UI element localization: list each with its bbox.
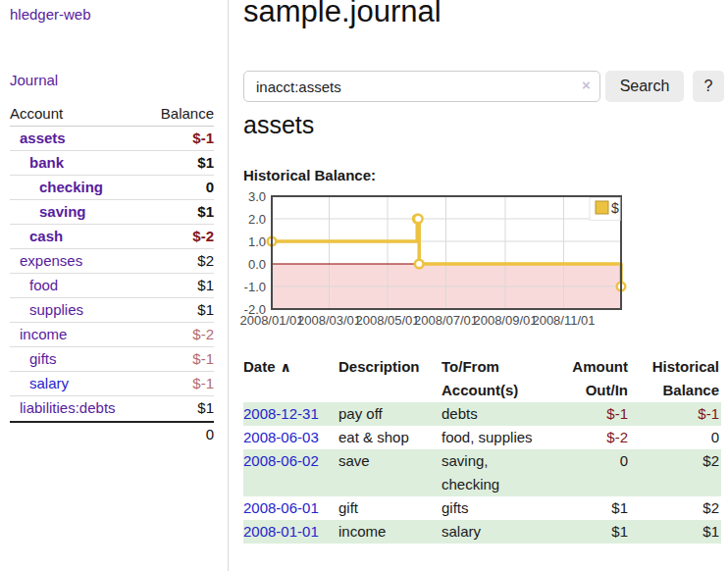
transaction-date-link[interactable]: 2008-06-01 (243, 499, 319, 516)
register-cell-amount: $1 (572, 496, 630, 520)
accounts-header-account: Account (10, 102, 63, 126)
register-cell-amount: $1 (572, 520, 630, 544)
register-cell-description: eat & shop (338, 426, 442, 449)
nav-journal-link[interactable]: Journal (10, 72, 58, 88)
accounts-header-balance: Balance (161, 102, 214, 126)
transaction-date-link[interactable]: 2008-12-31 (243, 405, 319, 422)
sidebar-account-link[interactable]: checking (10, 176, 103, 199)
register-cell-accounts: food, supplies (442, 426, 572, 449)
sidebar-account-row: supplies $1 (10, 298, 214, 323)
register-cell-accounts: salary (442, 520, 572, 544)
register-cell-accounts: debts (442, 402, 572, 426)
register-cell-accounts: saving, checking (442, 449, 572, 496)
register-header-balance: Historical Balance (630, 355, 721, 402)
svg-text:-1.0: -1.0 (244, 280, 266, 294)
register-row: 2008-12-31 pay off debts $-1 $-1 (243, 402, 721, 426)
svg-text:3.0: 3.0 (248, 189, 266, 204)
sidebar-account-link[interactable]: supplies (10, 298, 83, 322)
register-header-date[interactable]: Date∧ (243, 355, 338, 402)
sidebar-account-row: expenses $2 (10, 249, 214, 274)
clear-search-icon[interactable]: × (582, 78, 591, 93)
register-cell-balance: 0 (630, 426, 721, 449)
sidebar-account-balance: $1 (197, 298, 214, 322)
sidebar-account-link[interactable]: cash (10, 225, 63, 248)
sidebar-account-link[interactable]: bank (10, 151, 64, 175)
register-cell-date: 2008-01-01 (243, 520, 338, 544)
search-input[interactable] (243, 71, 600, 102)
register-cell-date: 2008-12-31 (243, 402, 338, 426)
sidebar-account-link[interactable]: expenses (10, 249, 82, 273)
sidebar-account-link[interactable]: salary (10, 372, 69, 395)
sidebar-account-balance: $-1 (192, 347, 214, 371)
sidebar-account-link[interactable]: saving (10, 200, 86, 224)
sidebar-account-balance: $-1 (192, 127, 214, 150)
register-header-description: Description (338, 355, 442, 402)
sidebar-account-balance: $-1 (192, 372, 214, 395)
register-row: 2008-01-01 income salary $1 $1 (243, 520, 721, 544)
register-cell-balance: $-1 (630, 402, 721, 426)
svg-text:2008/09/01: 2008/09/01 (473, 313, 537, 328)
sidebar-account-row: checking 0 (10, 176, 214, 200)
register-cell-balance: $1 (630, 520, 721, 544)
sidebar-account-link[interactable]: gifts (10, 347, 57, 371)
register-table: Date∧ Description To/From Account(s) Amo… (243, 355, 721, 544)
sidebar-account-balance: $2 (197, 249, 214, 273)
account-heading: assets (243, 111, 314, 139)
sort-asc-icon: ∧ (281, 359, 291, 375)
transaction-date-link[interactable]: 2008-01-01 (243, 523, 319, 540)
accounts-table: Account Balance assets $-1 bank $1 check… (10, 102, 214, 445)
svg-text:2008/05/01: 2008/05/01 (355, 313, 419, 328)
svg-text:2008/07/01: 2008/07/01 (414, 313, 478, 328)
svg-text:1.0: 1.0 (248, 234, 266, 249)
accounts-total-value: 0 (206, 423, 214, 445)
sidebar-account-link[interactable]: assets (10, 127, 66, 150)
register-cell-balance: $2 (630, 449, 721, 496)
sidebar-account-link[interactable]: income (10, 323, 67, 346)
register-header-accounts: To/From Account(s) (442, 355, 572, 402)
sidebar-account-link[interactable]: food (10, 274, 58, 297)
sidebar-account-row: food $1 (10, 274, 214, 298)
main-content: sample.journal × Search ? assets Histori… (243, 0, 728, 571)
register-row: 2008-06-02 save saving, checking 0 $2 (243, 449, 721, 496)
sidebar-account-balance: $-2 (192, 225, 214, 248)
register-cell-date: 2008-06-03 (243, 426, 338, 449)
sidebar-account-row: gifts $-1 (10, 347, 214, 372)
transaction-date-link[interactable]: 2008-06-03 (243, 429, 319, 445)
register-cell-date: 2008-06-02 (243, 449, 338, 496)
sidebar-account-balance: $1 (197, 151, 214, 175)
transaction-date-link[interactable]: 2008-06-02 (243, 452, 319, 469)
brand-link[interactable]: hledger-web (10, 6, 91, 23)
register-cell-description: save (338, 449, 442, 496)
register-cell-balance: $2 (630, 496, 721, 520)
register-cell-date: 2008-06-01 (243, 496, 338, 520)
sidebar-account-balance: $1 (197, 200, 214, 224)
sidebar-account-row: salary $-1 (10, 372, 214, 396)
register-cell-amount: $-1 (572, 402, 630, 426)
register-cell-amount: $-2 (572, 426, 630, 449)
svg-text:2.0: 2.0 (248, 212, 266, 227)
chart-canvas: $3.02.01.00.0-1.0-2.02008/01/012008/03/0… (235, 188, 628, 337)
svg-text:2008/11/01: 2008/11/01 (532, 313, 595, 328)
page-title: sample.journal (243, 0, 442, 29)
register-cell-description: pay off (338, 402, 442, 426)
register-cell-description: gift (338, 496, 442, 520)
chart-section-label: Historical Balance: (243, 167, 376, 183)
sidebar-account-row: income $-2 (10, 323, 214, 347)
sidebar-account-balance: $-2 (192, 323, 214, 346)
search-button[interactable]: Search (605, 71, 684, 102)
sidebar-account-balance: 0 (206, 176, 214, 199)
svg-text:2008/01/01: 2008/01/01 (239, 313, 303, 328)
register-cell-description: income (338, 520, 442, 544)
sidebar-account-balance: $1 (197, 274, 214, 297)
register-cell-amount: 0 (572, 449, 630, 496)
sidebar-account-row: bank $1 (10, 151, 214, 176)
register-header-row: Date∧ Description To/From Account(s) Amo… (243, 355, 721, 402)
sidebar-account-link[interactable]: liabilities:debts (10, 396, 116, 421)
historical-balance-chart: $3.02.01.00.0-1.0-2.02008/01/012008/03/0… (235, 188, 628, 337)
register-cell-accounts: gifts (442, 496, 572, 520)
sidebar: hledger-web Journal Account Balance asse… (0, 0, 229, 571)
accounts-table-header: Account Balance (10, 102, 214, 127)
help-button[interactable]: ? (693, 71, 724, 102)
accounts-list: assets $-1 bank $1 checking 0 saving $1 … (10, 127, 214, 421)
svg-text:$: $ (611, 200, 619, 216)
